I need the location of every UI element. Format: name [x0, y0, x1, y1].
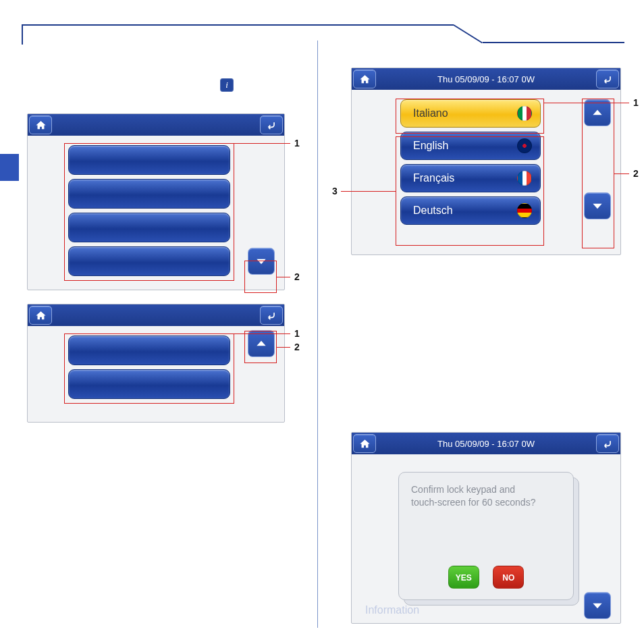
callout-number: 2 — [294, 342, 300, 352]
home-button[interactable] — [29, 115, 52, 134]
callout-box — [64, 143, 234, 281]
callout-box — [244, 261, 277, 293]
callout-line — [277, 347, 290, 348]
return-icon — [602, 74, 614, 85]
back-button[interactable] — [260, 306, 283, 325]
home-icon — [35, 310, 47, 321]
callout-number: 2 — [294, 271, 300, 282]
back-button[interactable] — [596, 70, 619, 88]
frame-left — [22, 24, 23, 45]
callout-number: 1 — [294, 328, 300, 339]
callout-box — [64, 333, 234, 404]
back-button[interactable] — [596, 434, 619, 453]
callout-box — [396, 136, 544, 246]
frame-top2 — [483, 42, 624, 43]
callout-number: 1 — [633, 97, 639, 108]
return-icon — [602, 438, 614, 450]
no-button[interactable]: NO — [493, 566, 524, 589]
callout-box — [582, 99, 614, 248]
return-icon — [266, 119, 277, 131]
dialog-text-line2: touch-screen for 60 seconds? — [411, 496, 561, 509]
callout-number: 1 — [294, 138, 300, 149]
status-bar: Thu 05/09/09 - 16:07 0W — [377, 439, 595, 449]
home-button[interactable] — [353, 70, 376, 88]
return-icon — [266, 310, 277, 321]
callout-line — [614, 173, 629, 174]
panel-lock-confirm: Thu 05/09/09 - 16:07 0W Confirm lock key… — [351, 432, 621, 624]
titlebar: Thu 05/09/09 - 16:07 0W — [352, 433, 620, 454]
callout-box — [244, 331, 277, 363]
yes-button[interactable]: YES — [448, 566, 479, 589]
status-bar: Thu 05/09/09 - 16:07 0W — [377, 74, 595, 84]
dialog-text-line1: Confirm lock keypad and — [411, 483, 561, 496]
home-button[interactable] — [29, 306, 52, 325]
info-icon: i — [220, 78, 234, 92]
dialog: Confirm lock keypad and touch-screen for… — [398, 472, 574, 600]
callout-box — [396, 99, 544, 134]
callout-line — [149, 143, 290, 144]
callout-number: 2 — [633, 168, 639, 179]
side-tab — [0, 154, 19, 181]
frame-diag — [453, 24, 482, 43]
callout-line — [277, 277, 290, 277]
callout-line — [341, 191, 396, 192]
background-menu-item: Information — [365, 604, 419, 616]
dialog-box: Confirm lock keypad and touch-screen for… — [398, 472, 574, 600]
titlebar — [28, 114, 284, 136]
page-down-button[interactable] — [584, 592, 611, 619]
frame-top — [22, 24, 454, 26]
column-separator — [317, 41, 318, 628]
home-icon — [359, 74, 371, 85]
home-icon — [35, 119, 47, 131]
back-button[interactable] — [260, 115, 283, 134]
home-icon — [359, 438, 371, 450]
titlebar: Thu 05/09/09 - 16:07 0W — [352, 68, 620, 90]
home-button[interactable] — [353, 434, 376, 453]
callout-number: 3 — [332, 186, 338, 196]
titlebar — [28, 304, 284, 326]
chevron-down-icon — [591, 599, 604, 612]
